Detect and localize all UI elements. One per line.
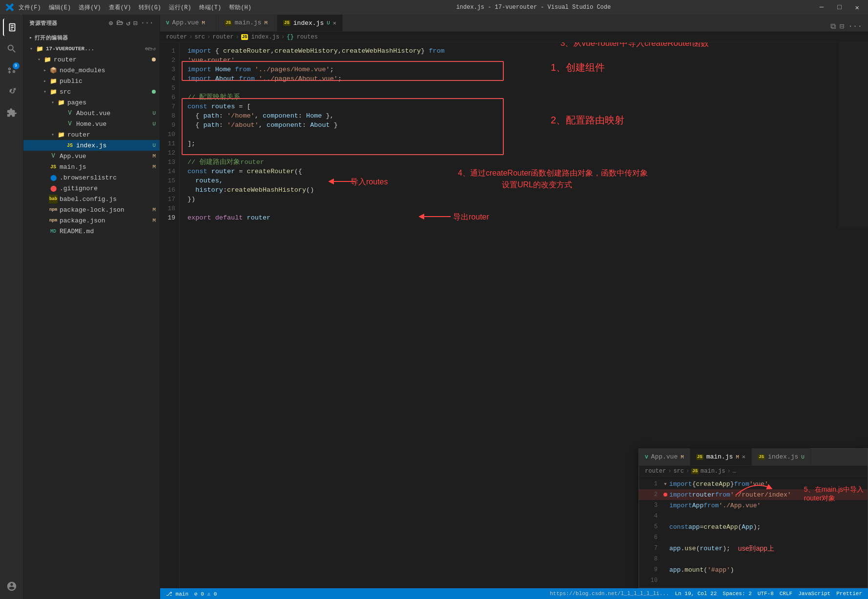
split-editor-icon[interactable]: ⧉ [830,22,836,31]
tab-app-vue[interactable]: V App.vue M [160,15,219,31]
tree-gitignore[interactable]: ▸ ⬤ .gitignore [23,183,160,194]
file-about-icon: V [65,109,74,118]
opened-editors-label: 打开的编辑器 [35,34,68,41]
tab-app-vue-label: App.vue [172,19,199,26]
title-bar-left: 文件(F) 编辑(E) 选择(V) 查看(V) 转到(G) 运行(R) 终端(T… [5,2,251,12]
status-ln-col[interactable]: Ln 19, Col 22 [675,591,717,597]
floating-panel: V App.vue M JS main.js M ✕ JS index.js U [639,448,868,588]
file-main-badge: M [152,164,156,170]
line-numbers: 1 2 3 4 5 6 7 8 9 10 11 12 13 14 15 16 1… [160,42,180,588]
tree-project-root[interactable]: ▾ 📁 17-VUEROUTER... ⊕🗁↺ [23,43,160,54]
menu-select[interactable]: 选择(V) [79,3,101,12]
fold-arrow: ▾ [663,479,667,489]
menu-edit[interactable]: 编辑(E) [49,3,71,12]
sidebar-header: 资源管理器 ⊕ 🗁 ↺ ⊟ ··· [23,15,160,32]
code-line-18 [187,204,860,213]
breadcrumb-router2[interactable]: router [212,34,233,40]
minimap [839,42,868,228]
tree-router-subfolder[interactable]: ▾ 📁 router [23,129,160,140]
main-layout: 9 资源管理器 ⊕ 🗁 ↺ ⊟ ··· ▸ 打开的编辑器 [0,15,868,599]
ln-17: 17 [160,195,175,204]
menu-goto[interactable]: 转到(G) [139,3,161,12]
tree-index-js[interactable]: ▸ JS index.js U [23,140,160,151]
floating-tab-index-js[interactable]: JS index.js U [752,448,811,465]
minimize-button[interactable]: ─ [816,2,827,13]
file-main-label: main.js [60,163,150,171]
menu-view[interactable]: 查看(V) [109,3,131,12]
tree-browserslistrc[interactable]: ▸ ⬤ .browserslistrc [23,172,160,183]
code-editor[interactable]: 1 2 3 4 5 6 7 8 9 10 11 12 13 14 15 16 1… [160,42,868,588]
tree-package-json[interactable]: ▸ npm package.json M [23,215,160,226]
tree-icons: ⊕🗁↺ [145,46,156,52]
tree-package-lock[interactable]: ▸ npm package-lock.json M [23,204,160,215]
account-icon[interactable] [3,578,21,595]
source-control-icon[interactable]: 9 [3,61,21,79]
more-options-icon[interactable]: ··· [141,19,154,27]
tree-babel-config[interactable]: ▸ bab babel.config.js [23,194,160,204]
tree-src[interactable]: ▾ 📁 src [23,86,160,97]
new-folder-icon[interactable]: 🗁 [116,19,124,27]
file-home-badge: U [152,121,156,127]
explorer-icon[interactable] [3,19,21,36]
run-debug-icon[interactable] [3,83,21,100]
tab-main-js[interactable]: JS main.js M [219,15,277,31]
tree-pages[interactable]: ▾ 📁 pages [23,97,160,108]
status-eol[interactable]: CRLF [780,591,792,597]
floating-tab-app-vue[interactable]: V App.vue M [639,448,690,465]
collapse-icon[interactable]: ⊟ [133,19,138,27]
search-icon[interactable] [3,40,21,58]
breadcrumb-routes-icon: {} [287,34,293,40]
tree-main-js[interactable]: ▸ JS main.js M [23,161,160,172]
sidebar-header-icons: ⊕ 🗁 ↺ ⊟ ··· [109,19,154,27]
menu-file[interactable]: 文件(F) [19,3,41,12]
tab-index-js-close[interactable]: ✕ [333,20,336,27]
toggle-panel-icon[interactable]: ⊟ [840,21,845,31]
status-formatter[interactable]: Prettier [836,591,862,597]
more-actions-icon[interactable]: ··· [848,22,862,31]
title-bar: 文件(F) 编辑(E) 选择(V) 查看(V) 转到(G) 运行(R) 终端(T… [0,0,868,15]
floating-bc-router[interactable]: router [645,468,666,475]
status-errors[interactable]: ⊘ 0 ⚠ 0 [194,591,217,597]
breadcrumb-routes[interactable]: routes [297,34,318,40]
opened-editors-section[interactable]: ▸ 打开的编辑器 [23,32,160,43]
code-line-7: const routes = [ [187,102,860,111]
tree-public[interactable]: ▸ 📁 public [23,76,160,86]
ln-9: 9 [160,120,175,130]
floating-tab-main-close[interactable]: ✕ [742,453,745,460]
tree-home-vue[interactable]: ▸ V Home.vue U [23,119,160,129]
menu-run[interactable]: 运行(R) [169,3,191,12]
breadcrumb-router[interactable]: router [166,34,187,40]
menu-help[interactable]: 帮助(H) [229,3,251,12]
floating-tab-main-js[interactable]: JS main.js M ✕ [690,448,752,465]
file-app-label: App.vue [60,153,150,160]
code-line-15: routes, [187,176,860,185]
tree-readme[interactable]: ▸ MD README.md [23,226,160,237]
breadcrumb-indexjs[interactable]: index.js [251,34,279,40]
floating-bc-mainjs[interactable]: main.js [701,468,725,475]
maximize-button[interactable]: □ [833,2,845,13]
floating-bc-src[interactable]: src [673,468,684,475]
file-browserslistrc-icon: ⬤ [49,173,58,182]
tree-app-vue[interactable]: ▸ V App.vue M [23,151,160,161]
tab-index-js[interactable]: JS index.js U ✕ [277,15,343,31]
code-line-8: { path: '/home', component: Home }, [187,111,860,120]
breadcrumb-src[interactable]: src [194,34,205,40]
close-button[interactable]: ✕ [851,2,863,13]
menu-terminal[interactable]: 终端(T) [199,3,222,12]
status-language[interactable]: JavaScript [798,591,830,597]
new-file-icon[interactable]: ⊕ [109,19,113,27]
extensions-icon[interactable] [3,104,21,122]
status-branch[interactable]: ⎇ main [166,591,188,597]
refresh-icon[interactable]: ↺ [126,19,130,27]
file-home-icon: V [65,120,74,128]
status-encoding[interactable]: UTF-8 [758,591,774,597]
code-line-6: // 配置映射关系 [187,93,860,102]
file-package-badge: M [152,218,156,223]
status-spaces[interactable]: Spaces: 2 [723,591,751,597]
editor-area: V App.vue M JS main.js M JS index.js U ✕… [160,15,868,599]
tree-node-modules[interactable]: ▸ 📦 node_modules [23,65,160,76]
floating-breadcrumb: router › src › JS main.js › … [639,466,868,477]
code-line-9: { path: '/about', component: About } [187,120,860,130]
tree-about-vue[interactable]: ▸ V About.vue U [23,108,160,119]
tree-folder-router[interactable]: ▾ 📁 router [23,54,160,65]
